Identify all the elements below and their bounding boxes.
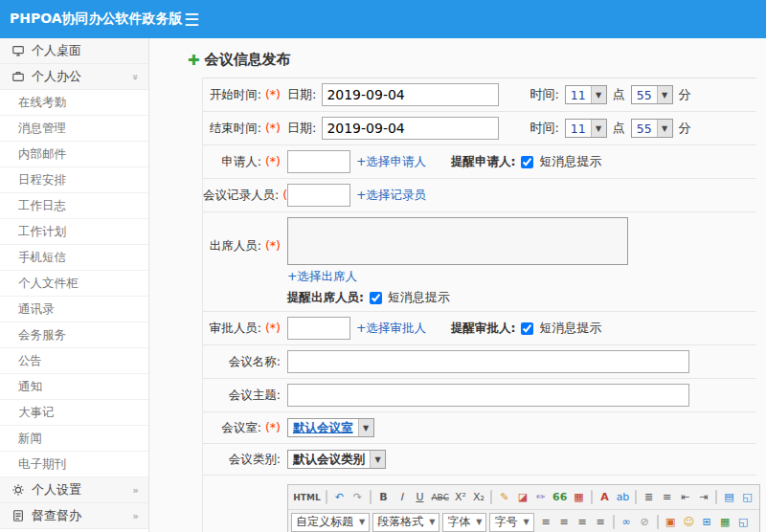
- sidebar-item-label: 电子期刊: [18, 456, 66, 471]
- sidebar-item-label: 内部邮件: [18, 146, 66, 161]
- toolbar-separator[interactable]: [715, 490, 717, 504]
- sidebar-section-office[interactable]: 个人办公 »: [0, 64, 148, 90]
- emoticon-icon[interactable]: ☺: [680, 513, 698, 532]
- sms-remind-checkbox[interactable]: [521, 156, 533, 168]
- sidebar-item[interactable]: 公告: [0, 348, 148, 374]
- attendees-textarea[interactable]: [287, 217, 628, 265]
- sidebar-item[interactable]: 内部邮件: [0, 142, 148, 167]
- toolbar-select[interactable]: 字体▼: [442, 513, 486, 532]
- italic-icon[interactable]: I: [393, 488, 411, 507]
- template-icon[interactable]: ▦: [570, 488, 588, 507]
- fullscreen-icon[interactable]: ◱: [738, 488, 756, 507]
- choose-applicant-link[interactable]: +选择申请人: [356, 154, 426, 170]
- table-icon[interactable]: ⊞: [698, 513, 716, 532]
- image-icon[interactable]: ▣: [662, 513, 680, 532]
- underline-icon[interactable]: U: [411, 488, 429, 507]
- sidebar-item[interactable]: 日程安排: [0, 167, 148, 193]
- recorder-input[interactable]: [287, 184, 350, 207]
- toolbar-separator[interactable]: [635, 490, 637, 504]
- choose-attendees-link[interactable]: +选择出席人: [287, 269, 357, 285]
- sidebar-item[interactable]: 消息管理: [0, 116, 148, 142]
- meeting-room-select[interactable]: 默认会议室▼: [287, 418, 374, 437]
- sidebar-item[interactable]: 工作日志: [0, 193, 148, 219]
- end-hour-select[interactable]: 11▼: [565, 119, 607, 138]
- unlink-icon[interactable]: ⊘: [636, 513, 654, 532]
- sidebar-item[interactable]: 新闻: [0, 426, 148, 452]
- toolbar-select[interactable]: 段落格式▼: [372, 513, 439, 532]
- media-icon[interactable]: ▦: [716, 513, 734, 532]
- toolbar-separator[interactable]: [370, 490, 372, 504]
- meeting-name-input[interactable]: [287, 350, 689, 373]
- sidebar-item[interactable]: 在线考勤: [0, 90, 148, 116]
- align-center-icon[interactable]: ≡: [555, 513, 574, 532]
- toolbar-select[interactable]: 字号▼: [489, 513, 533, 532]
- sidebar-section-desktop[interactable]: 个人桌面: [0, 38, 148, 64]
- sidebar-item-label: 会务服务: [18, 327, 66, 342]
- page-icon[interactable]: ▤: [720, 488, 738, 507]
- sidebar-item-label: 消息管理: [18, 121, 66, 135]
- sidebar-section-inspect[interactable]: 督查督办 »: [0, 503, 148, 529]
- sidebar-item[interactable]: 个人文件柜: [0, 271, 148, 297]
- superscript-icon[interactable]: X²: [451, 488, 469, 507]
- start-minute-select[interactable]: 55▼: [631, 85, 673, 104]
- align-right-icon[interactable]: ≡: [574, 513, 592, 532]
- redo-icon[interactable]: ↷: [349, 488, 367, 507]
- briefcase-icon: [11, 70, 25, 83]
- end-minute-select[interactable]: 55▼: [631, 119, 673, 138]
- toolbar-separator[interactable]: [657, 515, 659, 529]
- chevron-down-icon: ▼: [359, 518, 365, 526]
- applicant-input[interactable]: [287, 150, 350, 173]
- sidebar-item[interactable]: 手机短信: [0, 245, 148, 271]
- choose-approver-link[interactable]: +选择审批人: [356, 321, 426, 337]
- toolbar-select-group: 自定义标题▼ 段落格式▼ 字体▼ 字号▼: [291, 513, 537, 532]
- ordered-list-icon[interactable]: ≣: [640, 488, 658, 507]
- meeting-subject-input[interactable]: [287, 384, 689, 407]
- end-date-input[interactable]: [322, 117, 499, 140]
- eraser-icon[interactable]: ◪: [513, 488, 531, 507]
- source-icon[interactable]: HTML: [291, 488, 323, 507]
- unordered-list-icon[interactable]: ≡: [658, 488, 676, 507]
- align-left-icon[interactable]: ≡: [537, 513, 555, 532]
- rich-text-editor: HTML ↶ ↷ B I: [287, 484, 760, 532]
- sidebar-item[interactable]: 通讯录: [0, 297, 148, 322]
- maximize-icon[interactable]: ◱: [734, 513, 753, 532]
- meeting-category-select[interactable]: 默认会议类别▼: [287, 450, 386, 469]
- align-justify-icon[interactable]: ≡: [592, 513, 610, 532]
- font-color-icon[interactable]: A: [596, 488, 614, 507]
- undo-icon[interactable]: ↶: [330, 488, 349, 507]
- toolbar-separator[interactable]: [591, 490, 593, 504]
- meeting-form: 开始时间: (*) 日期: 时间: 11▼ 点 55▼ 分 结束时间: (*) …: [202, 78, 756, 532]
- highlight-color-icon[interactable]: ab: [614, 488, 632, 507]
- toolbar-separator[interactable]: [326, 490, 327, 504]
- start-hour-select[interactable]: 11▼: [565, 85, 607, 104]
- strikethrough-icon[interactable]: ABC: [429, 488, 452, 507]
- subscript-icon[interactable]: X₂: [469, 488, 487, 507]
- pencil-icon[interactable]: ✎: [495, 488, 513, 507]
- toolbar-separator[interactable]: [490, 490, 492, 504]
- bold-icon[interactable]: B: [374, 488, 393, 507]
- chevron-right-icon: »: [132, 510, 139, 522]
- start-date-input[interactable]: [322, 83, 499, 106]
- format-painter-icon[interactable]: ✏: [531, 488, 550, 507]
- top-bar: PHPOA协同办公软件政务版 ☰: [0, 0, 766, 38]
- field-label: 结束时间:: [210, 121, 261, 135]
- outdent-icon[interactable]: ⇤: [676, 488, 694, 507]
- form-row-meeting-room: 会议室: (*) 默认会议室▼: [203, 412, 756, 444]
- sidebar-item[interactable]: 大事记: [0, 400, 148, 426]
- field-label: 会议名称:: [229, 354, 281, 368]
- toolbar-separator[interactable]: [613, 515, 615, 529]
- sidebar-section-settings[interactable]: 个人设置 »: [0, 477, 148, 503]
- link-icon[interactable]: ∞: [618, 513, 636, 532]
- approver-input[interactable]: [287, 317, 350, 340]
- indent-icon[interactable]: ⇥: [694, 488, 712, 507]
- sms-remind-checkbox[interactable]: [370, 292, 382, 304]
- sidebar-item[interactable]: 通知: [0, 374, 148, 400]
- hamburger-menu-icon[interactable]: ☰: [184, 10, 199, 30]
- sidebar-item[interactable]: 会务服务: [0, 322, 148, 348]
- blockquote-icon[interactable]: 66: [550, 488, 570, 507]
- sidebar-item[interactable]: 电子期刊: [0, 452, 148, 477]
- sidebar-item[interactable]: 工作计划: [0, 219, 148, 245]
- sms-remind-checkbox[interactable]: [521, 322, 533, 335]
- choose-recorder-link[interactable]: +选择记录员: [356, 188, 426, 204]
- toolbar-select[interactable]: 自定义标题▼: [291, 513, 370, 532]
